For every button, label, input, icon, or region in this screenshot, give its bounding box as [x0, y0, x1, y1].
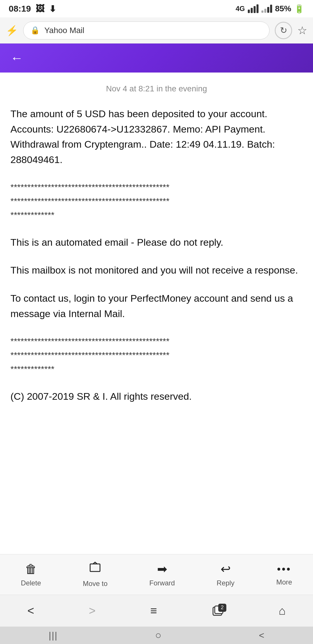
- network-label: 4G: [236, 5, 245, 13]
- delete-action[interactable]: 🗑 Delete: [21, 562, 41, 587]
- more-action[interactable]: ••• More: [276, 563, 292, 586]
- reply-action[interactable]: ↩ Reply: [217, 562, 234, 587]
- reply-icon: ↩: [221, 562, 231, 576]
- email-content: Nov 4 at 8:21 in the evening The amount …: [0, 73, 313, 428]
- svg-rect-0: [90, 564, 100, 571]
- delete-icon: 🗑: [25, 562, 37, 576]
- refresh-icon: ↻: [280, 25, 287, 35]
- phone-back-icon[interactable]: <: [259, 630, 264, 641]
- phone-nav: ||| ○ <: [0, 627, 313, 644]
- bookmark-star-icon[interactable]: ☆: [297, 24, 307, 37]
- nav-bar: < > ≡ 2 ⌂: [0, 595, 313, 627]
- email-monitored-msg: This mailbox is not monitored and you wi…: [10, 263, 303, 278]
- nav-menu[interactable]: ≡: [150, 604, 157, 617]
- address-bar[interactable]: 🔒 Yahoo Mail: [23, 21, 270, 39]
- moveto-action[interactable]: Move to: [83, 562, 108, 588]
- reply-label: Reply: [217, 579, 234, 587]
- status-right: 4G 85% 🔋: [236, 4, 304, 14]
- forward-label: Forward: [149, 579, 175, 587]
- nav-tabs-wrap: 2: [212, 605, 224, 617]
- back-button[interactable]: ←: [10, 51, 23, 65]
- battery-percent: 85%: [275, 4, 291, 13]
- nav-home-icon: ⌂: [279, 604, 285, 617]
- moveto-icon: [89, 562, 101, 577]
- nav-tabs[interactable]: 2: [212, 605, 224, 617]
- email-copyright: (C) 2007-2019 SR & I. All rights reserve…: [10, 389, 303, 404]
- more-icon: •••: [277, 563, 292, 575]
- tabs-badge: 2: [218, 604, 226, 612]
- nav-back-icon: <: [27, 604, 34, 617]
- battery-icon: 🔋: [294, 4, 304, 14]
- forward-icon: ➡: [157, 562, 167, 576]
- browser-bar: ⚡ 🔒 Yahoo Mail ↻ ☆: [0, 17, 313, 44]
- signal-bars: [248, 4, 259, 13]
- action-bar: 🗑 Delete Move to ➡ Forward ↩ Reply ••• M…: [0, 554, 313, 595]
- email-body: The amount of 5 USD has been deposited t…: [10, 106, 303, 404]
- email-automated-msg: This is an automated email - Please do n…: [10, 235, 303, 250]
- tab-count: 2: [218, 604, 226, 612]
- refresh-button[interactable]: ↻: [275, 22, 292, 39]
- delete-label: Delete: [21, 579, 41, 587]
- more-label: More: [276, 578, 292, 586]
- address-text: Yahoo Mail: [44, 26, 262, 35]
- lock-icon: 🔒: [30, 26, 40, 35]
- status-bar: 08:19 🖼 ⬇ 4G 85% 🔋: [0, 0, 313, 17]
- nav-forward-icon: >: [89, 604, 95, 617]
- download-icon: ⬇: [49, 4, 56, 14]
- nav-back[interactable]: <: [27, 604, 34, 617]
- moveto-label: Move to: [83, 580, 108, 588]
- nav-forward[interactable]: >: [89, 604, 95, 617]
- email-contact-msg: To contact us, login to your PerfectMone…: [10, 291, 303, 321]
- email-header-bar: ←: [0, 44, 313, 73]
- status-left: 08:19 🖼 ⬇: [9, 4, 56, 14]
- recents-icon[interactable]: |||: [49, 630, 58, 641]
- signal-bars-2: [261, 5, 272, 13]
- nav-menu-icon: ≡: [150, 604, 157, 617]
- home-circle-icon[interactable]: ○: [155, 629, 161, 641]
- forward-action[interactable]: ➡ Forward: [149, 562, 175, 587]
- nav-home[interactable]: ⌂: [279, 604, 285, 617]
- email-deposit-info: The amount of 5 USD has been deposited t…: [10, 106, 303, 167]
- email-stars-1: ****************************************…: [10, 180, 303, 222]
- email-timestamp: Nov 4 at 8:21 in the evening: [10, 84, 303, 93]
- image-icon: 🖼: [36, 4, 44, 14]
- time-display: 08:19: [9, 4, 31, 14]
- bolt-icon: ⚡: [6, 25, 18, 36]
- email-stars-2: ****************************************…: [10, 334, 303, 376]
